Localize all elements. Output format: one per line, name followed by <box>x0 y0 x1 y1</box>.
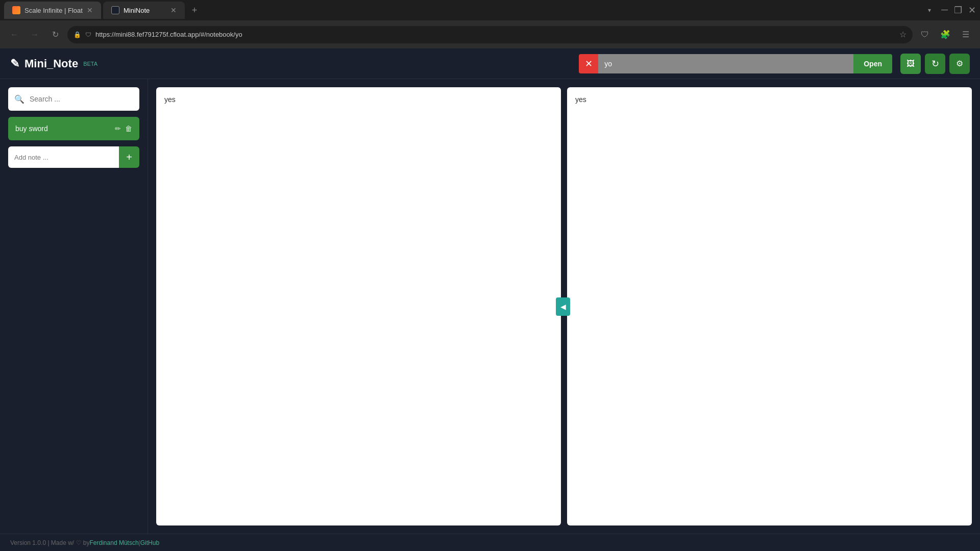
tab-bar: Scale Infinite | Float ✕ MiniNote ✕ + ▾ … <box>0 0 980 20</box>
navigation-bar: ← → ↻ 🔒 🛡 https://mini88.fef791275f.cflo… <box>0 20 980 48</box>
url-open-button[interactable]: Open <box>853 54 892 73</box>
tab-favicon-scale <box>12 6 20 14</box>
back-button[interactable]: ← <box>6 27 22 43</box>
panel-toggle-button[interactable]: ◀ <box>556 297 570 316</box>
add-note-button[interactable]: + <box>119 146 139 168</box>
app-title: Mini_Note <box>24 57 78 70</box>
bookmark-icon[interactable]: ☆ <box>899 30 906 39</box>
window-controls: ─ ❐ ✕ <box>941 5 976 16</box>
photo-action-button[interactable]: 🖼 <box>900 54 921 74</box>
url-bar-container: ✕ Open <box>579 54 892 73</box>
app: ✎ Mini_Note BETA ✕ Open 🖼 ↻ ⚙ 🔍 <box>0 48 980 551</box>
address-bar[interactable]: 🔒 🛡 https://mini88.fef791275f.cfloat.app… <box>67 26 913 43</box>
new-tab-button[interactable]: + <box>187 3 202 18</box>
maximize-button[interactable]: ❐ <box>954 5 962 16</box>
right-note-panel: yes <box>567 87 972 525</box>
extensions-icon[interactable]: 🧩 <box>937 27 953 43</box>
beta-badge: BETA <box>83 61 97 67</box>
address-text: https://mini88.fef791275f.cfloat.app/#/n… <box>95 31 895 38</box>
tab-favicon-mini <box>111 6 119 14</box>
tab-mininote[interactable]: MiniNote ✕ <box>103 2 185 19</box>
refresh-icon: ↻ <box>932 58 939 69</box>
nav-right-controls: 🛡 🧩 ☰ <box>917 27 974 43</box>
tab-close-scale[interactable]: ✕ <box>87 6 93 14</box>
add-note-container: + <box>8 146 139 168</box>
security-icon: 🔒 <box>74 31 81 38</box>
url-clear-button[interactable]: ✕ <box>579 54 598 73</box>
tab-scale-infinite[interactable]: Scale Infinite | Float ✕ <box>4 2 101 19</box>
delete-note-icon[interactable]: 🗑 <box>125 124 132 133</box>
close-window-button[interactable]: ✕ <box>968 5 976 16</box>
footer-author-link[interactable]: Ferdinand Mütsch <box>90 539 139 546</box>
add-icon: + <box>126 152 132 163</box>
refresh-action-button[interactable]: ↻ <box>925 54 945 74</box>
settings-icon: ⚙ <box>956 59 963 68</box>
add-note-input[interactable] <box>8 146 119 168</box>
note-item-actions: ✏ 🗑 <box>115 124 132 133</box>
note-item-label: buy sword <box>15 124 48 133</box>
app-logo: ✎ Mini_Note BETA <box>10 57 97 70</box>
note-item-buy-sword[interactable]: buy sword ✏ 🗑 <box>8 117 139 140</box>
tab-label-mini: MiniNote <box>124 7 150 14</box>
header-actions: 🖼 ↻ ⚙ <box>900 54 970 74</box>
footer-github-link[interactable]: GitHub <box>140 539 159 546</box>
menu-icon[interactable]: ☰ <box>958 27 974 43</box>
forward-button[interactable]: → <box>27 27 43 43</box>
browser-chrome: Scale Infinite | Float ✕ MiniNote ✕ + ▾ … <box>0 0 980 48</box>
photo-icon: 🖼 <box>906 59 915 68</box>
search-input[interactable] <box>30 95 133 103</box>
tab-dropdown-icon[interactable]: ▾ <box>928 7 931 14</box>
footer-text: Version 1.0.0 | Made w/ ♡ by <box>10 539 90 546</box>
search-box: 🔍 <box>8 87 139 111</box>
search-icon: 🔍 <box>14 94 24 104</box>
tab-label-scale: Scale Infinite | Float <box>24 7 83 14</box>
reload-button[interactable]: ↻ <box>47 27 63 43</box>
left-note-panel: yes ◀ <box>156 87 561 525</box>
settings-action-button[interactable]: ⚙ <box>949 54 970 74</box>
app-logo-icon: ✎ <box>10 57 19 70</box>
toggle-left-icon: ◀ <box>560 303 566 311</box>
tab-close-mini[interactable]: ✕ <box>170 6 177 14</box>
left-panel-content: yes <box>164 95 176 104</box>
footer: Version 1.0.0 | Made w/ ♡ by Ferdinand M… <box>0 534 980 551</box>
app-body: 🔍 buy sword ✏ 🗑 + yes <box>0 79 980 534</box>
edit-note-icon[interactable]: ✏ <box>115 124 121 133</box>
main-content: yes ◀ yes <box>148 79 980 534</box>
right-panel-content: yes <box>575 95 586 104</box>
shield-icon: 🛡 <box>85 31 91 38</box>
sidebar: 🔍 buy sword ✏ 🗑 + <box>0 79 148 534</box>
shield-extension-icon[interactable]: 🛡 <box>917 27 933 43</box>
app-header: ✎ Mini_Note BETA ✕ Open 🖼 ↻ ⚙ <box>0 48 980 79</box>
minimize-button[interactable]: ─ <box>941 5 948 16</box>
url-input[interactable] <box>598 54 853 73</box>
